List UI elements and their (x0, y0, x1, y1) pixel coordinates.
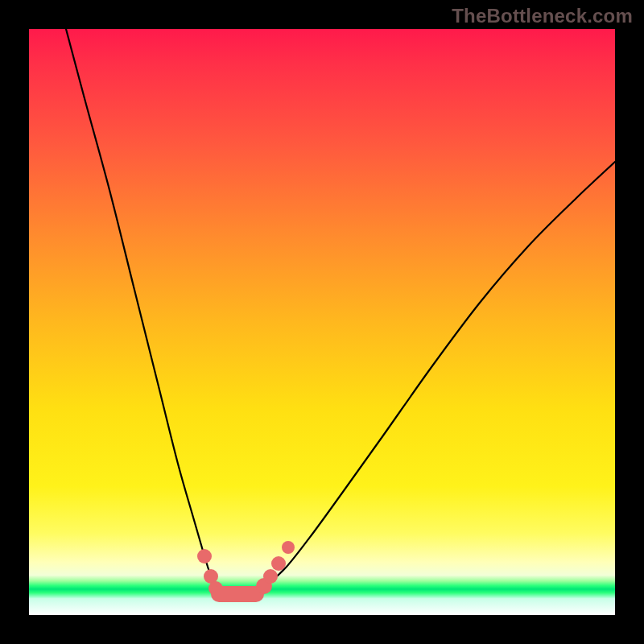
curve-marker-dot (197, 549, 212, 564)
bottleneck-curve (66, 29, 615, 596)
curve-marker-pill (211, 586, 264, 602)
curve-marker-dot (263, 569, 278, 584)
curve-svg (29, 29, 615, 615)
plot-area (29, 29, 615, 615)
curve-markers (197, 541, 295, 602)
curve-marker-dot (282, 541, 295, 554)
curve-marker-dot (271, 556, 286, 571)
chart-frame: TheBottleneck.com (0, 0, 644, 644)
watermark-text: TheBottleneck.com (452, 5, 633, 27)
